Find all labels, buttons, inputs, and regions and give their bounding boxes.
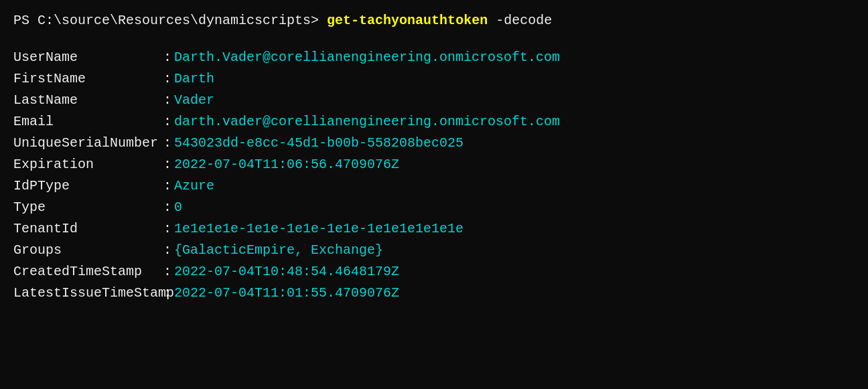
field-value-5: 2022-07-04T11:06:56.4709076Z bbox=[174, 154, 855, 175]
field-value-1: Darth bbox=[174, 68, 855, 90]
field-colon-0: : bbox=[161, 47, 174, 68]
field-colon-6: : bbox=[161, 175, 174, 197]
field-name-4: UniqueSerialNumber bbox=[13, 133, 161, 154]
field-value-3: darth.vader@corellianengineering.onmicro… bbox=[174, 111, 855, 133]
prompt-path: PS C:\source\Resources\dynamicscripts> bbox=[13, 11, 319, 31]
field-colon-4: : bbox=[161, 133, 174, 154]
field-name-7: Type bbox=[13, 197, 161, 218]
field-colon-2: : bbox=[161, 90, 174, 111]
field-value-11: 2022-07-04T11:01:55.4709076Z bbox=[174, 283, 855, 304]
output-table: UserName: Darth.Vader@corellianengineeri… bbox=[13, 47, 855, 304]
prompt-line: PS C:\source\Resources\dynamicscripts> g… bbox=[13, 11, 855, 31]
terminal-window: PS C:\source\Resources\dynamicscripts> g… bbox=[0, 0, 868, 389]
field-colon-9: : bbox=[161, 240, 174, 261]
field-name-1: FirstName bbox=[13, 68, 161, 90]
field-value-9: {GalacticEmpire, Exchange} bbox=[174, 240, 855, 261]
field-name-11: LatestIssueTimeStamp bbox=[13, 283, 161, 304]
field-name-9: Groups bbox=[13, 240, 161, 261]
field-colon-7: : bbox=[161, 197, 174, 218]
field-name-8: TenantId bbox=[13, 218, 161, 240]
field-colon-3: : bbox=[161, 111, 174, 133]
field-value-10: 2022-07-04T10:48:54.4648179Z bbox=[174, 261, 855, 283]
field-name-0: UserName bbox=[13, 47, 161, 68]
field-colon-1: : bbox=[161, 68, 174, 90]
field-name-5: Expiration bbox=[13, 154, 161, 175]
field-colon-11: : bbox=[161, 283, 174, 304]
field-value-7: 0 bbox=[174, 197, 855, 218]
field-colon-5: : bbox=[161, 154, 174, 175]
field-colon-8: : bbox=[161, 218, 174, 240]
field-name-6: IdPType bbox=[13, 175, 161, 197]
prompt-command: get-tachyonauthtoken bbox=[327, 11, 488, 31]
prompt-flag: -decode bbox=[496, 11, 552, 31]
field-value-4: 543023dd-e8cc-45d1-b00b-558208bec025 bbox=[174, 133, 855, 154]
field-name-3: Email bbox=[13, 111, 161, 133]
field-colon-10: : bbox=[161, 261, 174, 283]
field-value-2: Vader bbox=[174, 90, 855, 111]
field-name-10: CreatedTimeStamp bbox=[13, 261, 161, 283]
field-value-0: Darth.Vader@corellianengineering.onmicro… bbox=[174, 47, 855, 68]
field-name-2: LastName bbox=[13, 90, 161, 111]
field-value-8: 1e1e1e1e-1e1e-1e1e-1e1e-1e1e1e1e1e1e bbox=[174, 218, 855, 240]
field-value-6: Azure bbox=[174, 175, 855, 197]
